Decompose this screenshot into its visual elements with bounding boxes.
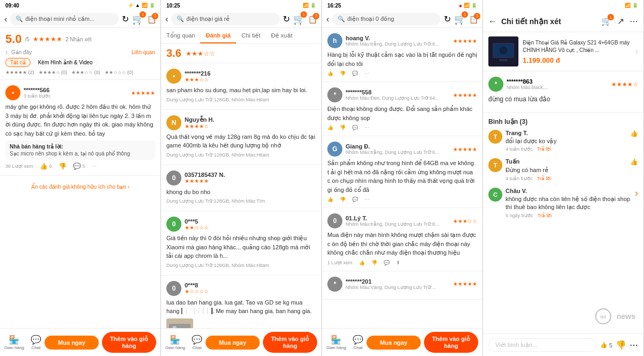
comment-reply-btn-3[interactable]: Trả lời: [538, 213, 552, 218]
reviewer-row-1: • *******566 3 tuần trước ★★★★★: [5, 85, 155, 100]
reviewer-meta-3-5: Nhóm Màu:Vàng, Dung Lượng Lưu Trữ:...: [346, 285, 450, 290]
comment-btn-1[interactable]: 💬 5: [73, 162, 85, 170]
cart-icon-7[interactable]: 🛒 1: [601, 16, 612, 26]
buy-now-btn-1[interactable]: Mua ngay: [45, 336, 99, 350]
comment-time-1: 4 tuần trước: [506, 146, 533, 152]
star-filter-3[interactable]: ★★★☆☆ (0): [71, 70, 100, 75]
reviews-list-3: h hoang V. Nhóm Màu:trắng, Dung Lượng Lư…: [322, 28, 482, 328]
search-text-2: điện thoại giá rẻ: [186, 16, 230, 23]
share-icon[interactable]: ↗: [617, 16, 624, 26]
review-item-3-2: * *******558 Nhóm Màu:Đen, Dung Lượng Lư…: [322, 82, 482, 136]
star-filter-4[interactable]: ★★★★☆ (0): [39, 70, 68, 75]
reviewer-name-2-1: *******216: [185, 70, 316, 77]
dislike-btn-3-2[interactable]: 👎: [340, 125, 346, 130]
more-btn-1[interactable]: ⋯: [92, 164, 97, 169]
cart-icon-6[interactable]: 📋 3: [469, 15, 478, 24]
cart-icon-4[interactable]: 📋 3: [308, 15, 317, 24]
tab-review[interactable]: Đánh giá: [200, 28, 236, 43]
back-button-3[interactable]: ‹: [326, 14, 329, 24]
search-input-3[interactable]: 🔍 điện thoại 0 đồng: [332, 13, 441, 25]
panel-2: 10:25 📶 🔋 ‹ 🔍 điện thoại giá rẻ ↻ 🛒 1 📋 …: [161, 0, 322, 356]
hide-reviews-label[interactable]: Ẩn các đánh giá không hữu ích cho bạn ›: [31, 184, 129, 190]
bottom-bar-1: 🏪 Gian hàng 💬 Chat Mua ngay Thêm vào giỏ…: [0, 328, 160, 356]
buy-now-btn-3[interactable]: Mua ngay: [367, 336, 421, 350]
comment-btn-3-4[interactable]: 💬: [384, 260, 390, 265]
dislike-btn-3-1[interactable]: 👎: [340, 71, 346, 76]
cart-icon-1[interactable]: 🛒 1: [132, 13, 144, 25]
comment-time-2: 4 tuần trước: [506, 176, 533, 181]
cart-icon-2[interactable]: 📋 3: [147, 15, 156, 24]
comment-like-icon-1[interactable]: 👍: [630, 130, 638, 152]
comment-reply-btn-2[interactable]: Trả lời: [537, 176, 552, 181]
sort-label[interactable]: Gần đây: [11, 49, 32, 55]
comment-btn-3-1[interactable]: 💬: [352, 71, 358, 76]
search-bar-3: ‹ 🔍 điện thoại 0 đồng ↻ 🛒 1 📋 3: [322, 11, 482, 28]
comment-like-icon-2[interactable]: 👍: [630, 158, 638, 181]
more-btn-3-1[interactable]: ⋯: [364, 71, 369, 76]
like-btn-3-4[interactable]: 👍: [359, 260, 365, 265]
review-item-3-3: G Giang Đ. Nhóm Màu:trắng, Dung Lượng Lư…: [322, 136, 482, 208]
add-cart-btn-2[interactable]: Thêm vào giỏ hàng: [263, 332, 317, 353]
product-card[interactable]: Điện Thoại Giá Rẻ Galaxy S21 4+64GB máy …: [483, 32, 643, 71]
comment-input-field[interactable]: Viết bình luận...: [488, 338, 597, 352]
refresh-icon-3[interactable]: ↻: [444, 14, 451, 24]
chat-icon-btn-3[interactable]: 💬 Chat: [353, 335, 363, 350]
review-actions-3-4: 1 Lượt xem 👍 👎 💬 ⬆: [327, 260, 477, 265]
search-input-2[interactable]: 🔍 điện thoại giá rẻ: [171, 13, 280, 25]
filter-tag-media[interactable]: Kèm Hình ảnh & Video: [33, 58, 98, 67]
like-btn-3-3[interactable]: 👍: [327, 197, 333, 202]
comment-reply-btn-1[interactable]: Trả lời: [537, 146, 552, 152]
star-filter-2[interactable]: ★★☆☆☆ (0): [105, 70, 134, 75]
reviewer-name-2-4: 0***5: [185, 218, 316, 225]
main-review-stars: ★★★★☆: [611, 81, 638, 88]
like-btn-1[interactable]: 👍 6: [40, 162, 52, 170]
comment-expand-icon[interactable]: ›: [635, 188, 638, 218]
filter-label[interactable]: Liên quan: [131, 49, 155, 55]
refresh-icon-1[interactable]: ↻: [122, 14, 129, 24]
reviewer-info-3-4: 01.Lý T. Nhóm Màu:trắng, Dung Lượng Lưu …: [346, 215, 450, 227]
store-icon-btn-2[interactable]: 🏪 Gian hàng: [165, 335, 185, 350]
tab-suggest[interactable]: Đề xuất: [266, 28, 298, 43]
filter-tag-all[interactable]: Tất cả: [5, 58, 31, 67]
back-button-4[interactable]: ←: [488, 17, 497, 26]
comment-btn-3-2[interactable]: 💬: [352, 125, 358, 130]
more-icon-panel4[interactable]: ⋯: [630, 340, 638, 350]
star-filter-5[interactable]: ★★★★★ (2): [5, 70, 34, 75]
back-button-1[interactable]: ‹: [4, 14, 7, 24]
cart-icon-5[interactable]: 🛒 1: [454, 13, 466, 25]
dislike-total-icon[interactable]: 👎: [616, 340, 626, 350]
more-btn-3-2[interactable]: ⋯: [364, 125, 369, 130]
store-label-1: Gian hàng: [4, 345, 24, 350]
more-dots-icon[interactable]: ⋯: [630, 16, 638, 26]
review-meta-2-1: Dung Lượng Lưu Trữ:128GB, Nhóm Màu:Hitam: [166, 97, 316, 102]
review-item-2-5: 0 0***8 ★☆☆☆☆ lua dao ban hang gia. lua …: [161, 276, 321, 329]
dislike-btn-3-4[interactable]: 👎: [371, 260, 377, 265]
main-reviewer-name: *******863: [507, 78, 608, 85]
comment-name-3: Châu V.: [506, 188, 632, 194]
add-cart-btn-1[interactable]: Thêm vào giỏ hàng: [102, 332, 156, 353]
cart-icon-3[interactable]: 🛒 1: [293, 13, 305, 25]
comment-icon: 💬: [73, 162, 81, 170]
status-bar-3: 16:25 ● 📶 🔋: [322, 0, 482, 11]
more-btn-3-3[interactable]: ⋯: [364, 197, 369, 202]
back-button-2[interactable]: ‹: [165, 14, 168, 24]
dislike-btn-1[interactable]: 👎: [58, 162, 67, 170]
signal-icon-3: 📶: [464, 3, 470, 8]
like-btn-3-1[interactable]: 👍: [327, 71, 333, 76]
chat-icon-btn-2[interactable]: 💬 Chat: [192, 335, 202, 350]
add-cart-btn-3[interactable]: Thêm vào giỏ hàng: [424, 332, 478, 353]
bottom-bar-2: 🏪 Gian hàng 💬 Chat Mua ngay Thêm vào giỏ…: [161, 328, 321, 356]
search-input-1[interactable]: 🔍 điện thoại mini nhỏ cầm...: [10, 13, 119, 25]
store-icon-btn-3[interactable]: 🏪 Gian hàng: [326, 335, 346, 350]
store-icon-btn-1[interactable]: 🏪 Gian hàng: [4, 335, 24, 350]
scroll-top-btn[interactable]: ⬆: [396, 260, 400, 265]
svg-text:news: news: [617, 312, 635, 321]
buy-now-btn-2[interactable]: Mua ngay: [206, 336, 260, 350]
tab-detail[interactable]: Chi tiết: [236, 28, 266, 43]
chat-icon-btn-1[interactable]: 💬 Chat: [31, 335, 41, 350]
tab-overview[interactable]: Tổng quan: [161, 28, 200, 43]
dislike-btn-3-3[interactable]: 👎: [340, 197, 346, 202]
like-btn-3-2[interactable]: 👍: [327, 125, 333, 130]
comment-btn-3-3[interactable]: 💬: [352, 197, 358, 202]
refresh-icon-2[interactable]: ↻: [283, 14, 290, 24]
